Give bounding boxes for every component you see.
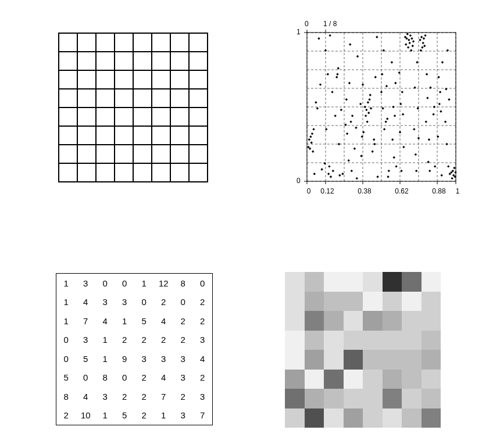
- heat-cell: [402, 408, 422, 428]
- heat-cell: [363, 408, 383, 428]
- count-cell: 2: [173, 387, 193, 406]
- top-tick-label: 1 / 8: [323, 20, 337, 28]
- scatter-plot: [307, 33, 456, 181]
- heat-cell: [422, 292, 441, 311]
- grid-cell: [170, 52, 189, 70]
- heat-cell: [305, 331, 324, 350]
- grid-cell: [77, 89, 96, 107]
- heat-cell: [402, 331, 422, 350]
- count-cell: 1: [56, 274, 76, 293]
- count-cell: 1: [56, 311, 76, 331]
- grid-cell: [96, 70, 115, 89]
- grid-cell: [115, 126, 133, 145]
- count-cell: 7: [154, 387, 174, 406]
- count-cell: 3: [173, 368, 193, 388]
- heat-cell: [402, 272, 422, 292]
- grid-cell: [170, 145, 189, 163]
- grid-cell: [77, 33, 96, 52]
- grid-cell: [115, 163, 133, 182]
- grid-cell: [77, 145, 96, 163]
- count-cell: 2: [134, 406, 154, 425]
- heat-cell: [285, 350, 305, 370]
- heat-cell: [324, 370, 344, 389]
- count-cell: 4: [154, 311, 174, 331]
- count-cell: 2: [115, 331, 135, 350]
- count-cell: 10: [76, 406, 96, 425]
- heat-cell: [422, 350, 441, 370]
- count-cell: 8: [173, 274, 193, 293]
- count-table: 1300112801433020217415422031222230519333…: [56, 273, 213, 425]
- x-tick-label: 0.88: [430, 187, 448, 195]
- heat-cell: [305, 311, 324, 331]
- grid-cell: [77, 163, 96, 182]
- grid-cell: [152, 107, 170, 126]
- count-cell: 2: [193, 368, 213, 388]
- count-cell: 4: [154, 368, 174, 388]
- grid-cell: [96, 145, 115, 163]
- heat-cell: [324, 292, 344, 311]
- count-cell: 3: [76, 331, 96, 350]
- top-tick-label: 0: [305, 20, 309, 28]
- heat-cell: [285, 311, 305, 331]
- grid-cell: [189, 89, 208, 107]
- count-cell: 1: [154, 406, 174, 425]
- grid-cell: [77, 70, 96, 89]
- heat-cell: [422, 389, 441, 408]
- heat-cell: [324, 272, 344, 292]
- heat-cell: [344, 389, 363, 408]
- count-cell: 7: [193, 406, 213, 425]
- heat-cell: [305, 350, 324, 370]
- count-cell: 3: [193, 331, 213, 350]
- heat-cell: [344, 350, 363, 370]
- heat-cell: [344, 408, 363, 428]
- count-cell: 5: [134, 311, 154, 331]
- grid-cell: [152, 145, 170, 163]
- heat-cell: [344, 331, 363, 350]
- grid-cell: [59, 145, 77, 163]
- heat-cell: [422, 331, 441, 350]
- count-cell: 2: [193, 293, 213, 312]
- count-cell: 3: [76, 274, 96, 293]
- x-tick-label: 0: [300, 187, 317, 195]
- grid-cell: [133, 145, 152, 163]
- count-cell: 0: [193, 274, 213, 293]
- count-cell: 1: [95, 349, 115, 368]
- heat-cell: [383, 292, 402, 311]
- count-cell: 4: [193, 349, 213, 368]
- grid-cell: [170, 126, 189, 145]
- count-cell: 4: [76, 387, 96, 406]
- heat-cell: [305, 292, 324, 311]
- heat-cell: [363, 292, 383, 311]
- grid-cell: [133, 33, 152, 52]
- count-cell: 3: [173, 406, 193, 425]
- heat-cell: [305, 408, 324, 428]
- heat-cell: [402, 311, 422, 331]
- heat-cell: [383, 389, 402, 408]
- count-cell: 1: [95, 406, 115, 425]
- grid-cell: [115, 33, 133, 52]
- heat-cell: [383, 350, 402, 370]
- heat-cell: [383, 272, 402, 292]
- count-cell: 5: [56, 368, 76, 388]
- grid-cell: [96, 126, 115, 145]
- heat-cell: [422, 408, 441, 428]
- grid-cell: [152, 89, 170, 107]
- count-cell: 1: [95, 331, 115, 350]
- count-cell: 0: [56, 349, 76, 368]
- grid-cell: [189, 33, 208, 52]
- count-cell: 0: [115, 368, 135, 388]
- heat-cell: [363, 389, 383, 408]
- grid-cell: [59, 126, 77, 145]
- count-cell: 2: [115, 387, 135, 406]
- count-cell: 2: [56, 406, 76, 425]
- heat-cell: [422, 370, 441, 389]
- count-cell: 4: [76, 293, 96, 312]
- heat-cell: [324, 389, 344, 408]
- heat-cell: [344, 292, 363, 311]
- count-cell: 3: [134, 349, 154, 368]
- grid-cell: [59, 52, 77, 70]
- count-cell: 2: [154, 293, 174, 312]
- count-cell: 0: [56, 331, 76, 350]
- empty-grid-8x8: [58, 33, 208, 182]
- count-cell: 2: [193, 311, 213, 331]
